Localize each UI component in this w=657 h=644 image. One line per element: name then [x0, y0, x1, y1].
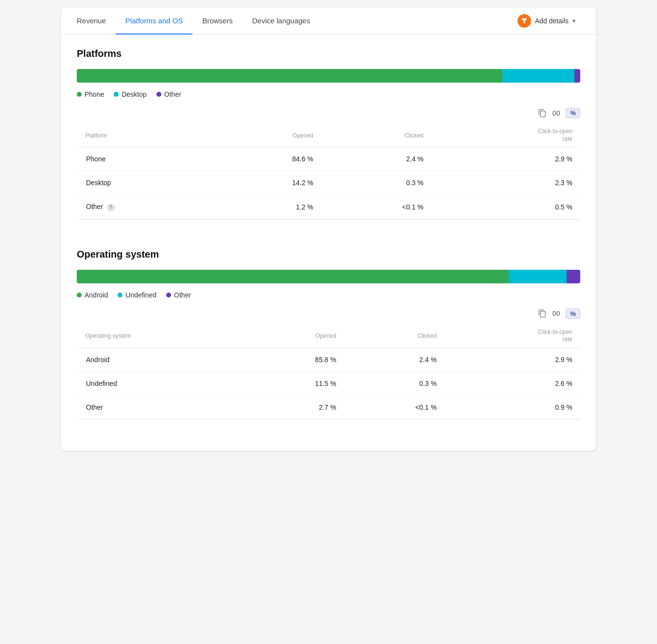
legend-other-os: Other	[166, 291, 191, 299]
row-opened: 2.7 %	[244, 395, 344, 419]
row-clicked: 2.4 %	[321, 147, 432, 171]
platforms-col-clicked: Clicked	[321, 124, 432, 147]
row-opened: 11.5 %	[244, 371, 344, 395]
legend-dot-undefined	[118, 293, 122, 297]
tab-device-languages[interactable]: Device languages	[242, 8, 320, 35]
platforms-percent-badge[interactable]: %	[566, 108, 580, 118]
table-row: Android 85.8 % 2.4 % 2.9 %	[78, 348, 581, 371]
legend-desktop: Desktop	[114, 90, 146, 98]
add-details-label: Add details	[535, 17, 569, 25]
row-clicked: <0.1 %	[321, 195, 432, 220]
legend-dot-other	[156, 92, 161, 97]
legend-undefined: Undefined	[118, 291, 156, 299]
tabs-nav: Revenue Platforms and OS Browsers Device…	[77, 8, 513, 34]
row-clicked: <0.1 %	[344, 395, 445, 419]
legend-dot-phone	[77, 92, 82, 97]
chevron-down-icon: ▾	[572, 17, 575, 24]
row-opened: 1.2 %	[211, 195, 321, 220]
platforms-col-ctr: Click-to-openrate	[432, 124, 580, 147]
row-ctr: 2.9 %	[432, 147, 580, 171]
row-clicked: 2.4 %	[344, 348, 445, 371]
row-ctr: 2.9 %	[445, 348, 580, 371]
os-col-clicked: Clicked	[344, 325, 445, 348]
os-copy-icon	[538, 309, 547, 318]
os-title: Operating system	[77, 249, 580, 260]
os-bar-undefined	[509, 270, 567, 283]
os-col-os: Operating system	[78, 325, 244, 348]
main-card: Revenue Platforms and OS Browsers Device…	[61, 8, 596, 451]
row-os-name: Other	[78, 395, 244, 419]
platforms-legend: Phone Desktop Other	[77, 90, 580, 98]
row-os-name: Android	[78, 348, 244, 371]
legend-label-undefined: Undefined	[125, 291, 156, 299]
legend-other: Other	[156, 90, 181, 98]
os-bar-android	[77, 270, 509, 283]
tab-browsers[interactable]: Browsers	[192, 8, 242, 35]
platforms-bar-desktop	[502, 69, 574, 83]
os-copy-button[interactable]	[538, 309, 547, 318]
row-clicked: 0.3 %	[321, 171, 432, 195]
platforms-title: Platforms	[77, 48, 580, 59]
os-bar-other	[567, 270, 580, 283]
row-ctr: 2.3 %	[432, 171, 580, 195]
row-opened: 14.2 %	[211, 171, 321, 195]
platforms-col-opened: Opened	[211, 124, 321, 147]
platforms-bar-other	[574, 69, 580, 83]
os-progress-bar	[77, 270, 580, 283]
copy-button[interactable]	[538, 109, 547, 118]
row-ctr: 0.9 %	[445, 395, 580, 419]
legend-dot-android	[77, 293, 82, 297]
table-row: Desktop 14.2 % 0.3 % 2.3 %	[78, 171, 581, 195]
add-details-button[interactable]: Add details ▾	[513, 11, 580, 31]
os-metric-value: 00	[550, 309, 563, 318]
legend-label-other-os: Other	[174, 291, 191, 299]
funnel-icon	[520, 17, 528, 25]
legend-dot-other-os	[166, 293, 171, 297]
os-col-ctr: Click-to-openrate	[445, 325, 580, 348]
row-os-name: Undefined	[78, 371, 244, 395]
legend-phone: Phone	[77, 90, 104, 98]
copy-icon	[538, 109, 547, 118]
tab-revenue[interactable]: Revenue	[77, 8, 116, 35]
platforms-table: Platform Opened Clicked Click-to-openrat…	[77, 124, 580, 220]
help-icon[interactable]: ?	[107, 204, 115, 211]
os-percent-badge[interactable]: %	[566, 309, 580, 319]
tab-platforms-os[interactable]: Platforms and OS	[116, 8, 192, 35]
row-opened: 84.6 %	[211, 147, 321, 171]
row-clicked: 0.3 %	[344, 371, 445, 395]
filter-icon	[518, 14, 531, 28]
table-row: Other ? 1.2 % <0.1 % 0.5 %	[78, 195, 581, 220]
row-platform-name: Other ?	[78, 195, 212, 220]
table-row: Other 2.7 % <0.1 % 0.9 %	[78, 395, 581, 419]
platforms-table-controls: 00 %	[77, 108, 580, 118]
platforms-bar-phone	[77, 69, 502, 83]
row-platform-name: Phone	[78, 147, 212, 171]
platforms-section: Platforms Phone Desktop Other	[61, 35, 596, 220]
row-ctr: 0.5 %	[432, 195, 580, 220]
legend-label-desktop: Desktop	[121, 90, 146, 98]
os-legend: Android Undefined Other	[77, 291, 580, 299]
table-row: Undefined 11.5 % 0.3 % 2.6 %	[78, 371, 581, 395]
legend-label-android: Android	[85, 291, 108, 299]
os-table: Operating system Opened Clicked Click-to…	[77, 325, 580, 419]
legend-label-other: Other	[164, 90, 181, 98]
platforms-progress-bar	[77, 69, 580, 83]
row-platform-name: Desktop	[78, 171, 212, 195]
legend-label-phone: Phone	[85, 90, 104, 98]
row-opened: 85.8 %	[244, 348, 344, 371]
os-section: Operating system Android Undefined Other	[61, 235, 596, 419]
row-ctr: 2.6 %	[445, 371, 580, 395]
os-col-opened: Opened	[244, 325, 344, 348]
platforms-col-platform: Platform	[78, 124, 212, 147]
legend-dot-desktop	[114, 92, 119, 97]
os-table-controls: 00 %	[77, 309, 580, 319]
platforms-metric-value: 00	[550, 108, 563, 118]
legend-android: Android	[77, 291, 108, 299]
tabs-bar: Revenue Platforms and OS Browsers Device…	[61, 8, 596, 35]
table-row: Phone 84.6 % 2.4 % 2.9 %	[78, 147, 581, 171]
